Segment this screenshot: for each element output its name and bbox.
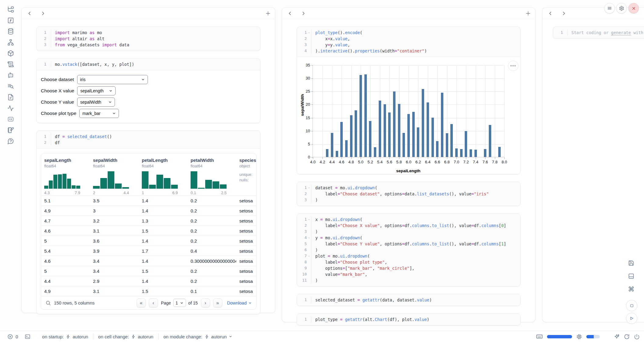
ai-sparkle-icon[interactable] <box>614 334 620 340</box>
command-palette-button[interactable]: ⌘ <box>626 284 636 294</box>
next-page-button[interactable]: › <box>201 298 210 308</box>
generate-link[interactable]: generate <box>611 30 631 35</box>
fold-gutter <box>46 36 51 42</box>
dropdown-row: Choose Y value sepalWidth <box>41 98 260 107</box>
column-histogram <box>142 171 178 189</box>
editor-placeholder[interactable]: Start coding or generate with AI <box>567 30 644 36</box>
x-tick <box>399 157 399 159</box>
table-row[interactable]: 4.931.40.2setosa <box>41 205 256 216</box>
add-cell-icon[interactable] <box>265 11 271 16</box>
dataset-select[interactable]: iris <box>77 75 148 84</box>
table-row[interactable]: 4.63.41.40.30000000000000004setosa <box>41 256 256 266</box>
table-column-header[interactable]: petalWidthfloat640.12.5 <box>188 158 236 195</box>
x-tick <box>370 157 370 159</box>
menu-button[interactable] <box>604 3 615 13</box>
restart-icon[interactable] <box>624 334 630 340</box>
code-editor[interactable]: 1import marimo as mo2import altair as al… <box>37 27 260 51</box>
altair-bar-chart[interactable]: 4.04.24.44.64.85.05.25.45.65.86.06.26.46… <box>313 65 504 157</box>
code-editor[interactable]: 1x = mo.ui.dropdown(2 label="Choose X va… <box>297 214 520 286</box>
cell-dataset-dropdown[interactable]: 1dataset = mo.ui.dropdown(2 label="Choos… <box>297 182 521 206</box>
terminal-button[interactable] <box>25 334 30 340</box>
search-icon[interactable] <box>45 300 51 306</box>
table-column-header[interactable]: speciesobjectunique:nulls: <box>236 158 256 195</box>
shutdown-icon[interactable] <box>634 334 640 340</box>
code-editor[interactable]: 1mo.vstack([dataset, x, y, plot]) <box>37 59 260 70</box>
code-text: x = mo.ui.dropdown( <box>311 216 520 223</box>
prev-page-button[interactable]: ‹ <box>149 298 158 308</box>
close-button[interactable] <box>628 3 639 13</box>
add-cell-icon[interactable] <box>525 11 531 16</box>
y-value-select[interactable]: sepalWidth <box>77 98 115 107</box>
histogram-range: 16.9 <box>142 191 178 195</box>
table-row[interactable]: 4.42.91.40.2setosa <box>41 276 256 286</box>
scroll-right-icon[interactable] <box>301 11 306 16</box>
table-row[interactable]: 53.41.50.2setosa <box>41 266 256 276</box>
table-column-header[interactable]: sepalWidthfloat6424.4 <box>90 158 139 195</box>
run-all-button[interactable] <box>626 313 637 324</box>
table-column-header[interactable]: petalLengthfloat6416.9 <box>139 158 188 195</box>
keyboard-icon[interactable] <box>536 333 543 340</box>
table-row[interactable]: 53.61.40.2setosa <box>41 236 256 246</box>
code-editor[interactable]: 1df = selected_dataset()2df <box>37 131 260 148</box>
panel-toggle-button[interactable] <box>626 271 636 281</box>
last-page-button[interactable]: » <box>213 298 222 308</box>
x-value-select[interactable]: sepalLength <box>77 86 116 95</box>
download-button[interactable]: Download <box>227 301 252 305</box>
help-icon[interactable] <box>7 138 14 144</box>
scroll-left-icon[interactable] <box>288 11 292 16</box>
scroll-right-icon[interactable] <box>561 11 566 16</box>
activity-icon[interactable] <box>7 105 14 112</box>
file-tree-icon[interactable] <box>7 6 14 13</box>
stop-button[interactable] <box>626 300 637 311</box>
cell-plot[interactable]: 1plot_type().encode(2 x=x.value,3 y=y.va… <box>297 27 521 174</box>
cell-vstack[interactable]: 1mo.vstack([dataset, x, y, plot]) Choose… <box>36 58 260 123</box>
table-row[interactable]: 4.93.11.50.1setosa <box>41 286 256 296</box>
scratchpad-icon[interactable] <box>7 127 14 134</box>
save-button[interactable] <box>626 258 636 268</box>
settings-button[interactable] <box>616 3 627 13</box>
dependency-graph-icon[interactable] <box>7 39 14 46</box>
table-cell: 3.6 <box>90 238 139 244</box>
snippets-icon[interactable] <box>7 116 14 123</box>
table-row[interactable]: 4.63.11.50.2setosa <box>41 226 256 236</box>
function-icon[interactable] <box>7 17 14 24</box>
cell-empty[interactable]: 1 Start coding or generate with AI <box>553 27 644 39</box>
package-icon[interactable] <box>7 50 14 57</box>
table-row[interactable]: 4.73.21.30.2setosa <box>41 216 256 226</box>
table-row[interactable]: 5.43.91.70.4setosa <box>41 246 256 256</box>
first-page-button[interactable]: « <box>137 298 146 308</box>
code-editor[interactable]: 1dataset = mo.ui.dropdown(2 label="Choos… <box>297 182 520 206</box>
code-editor[interactable]: 1plot_type().encode(2 x=x.value,3 y=y.va… <box>297 27 520 57</box>
page-select[interactable]: 1 <box>173 299 186 307</box>
scroll-left-icon[interactable] <box>27 11 32 16</box>
code-editor[interactable]: 1plot_type = getattr(alt.Chart(df), plot… <box>297 314 520 325</box>
code-editor[interactable]: 1 Start coding or generate with AI <box>553 27 644 38</box>
on-cell-change-setting[interactable]: on cell change: autorun <box>93 334 158 339</box>
scroll-left-icon[interactable] <box>548 11 553 16</box>
list-search-icon[interactable] <box>7 83 14 90</box>
database-icon[interactable] <box>7 28 14 35</box>
cell-plot-type[interactable]: 1plot_type = getattr(alt.Chart(df), plot… <box>297 313 521 326</box>
gridline <box>504 65 505 157</box>
table-row[interactable]: 5.13.51.40.2setosa <box>41 195 256 205</box>
histogram-bar <box>58 174 62 189</box>
cell-dataframe[interactable]: 1df = selected_dataset()2df sepalLengthf… <box>36 130 260 314</box>
setting-value: autorun <box>73 334 88 339</box>
cell-imports[interactable]: 1import marimo as mo2import altair as al… <box>36 27 260 51</box>
cell-selected-dataset[interactable]: 1selected_dataset = getattr(data, datase… <box>297 294 521 306</box>
code-editor[interactable]: 1selected_dataset = getattr(data, datase… <box>297 294 520 306</box>
logs-icon[interactable] <box>7 61 14 68</box>
chatbot-icon[interactable] <box>7 72 14 79</box>
document-icon[interactable] <box>7 94 14 101</box>
code-text: label="Choose plot type", <box>311 259 520 265</box>
error-count[interactable]: 0 <box>7 334 18 340</box>
chart-actions-button[interactable]: ••• <box>508 61 518 71</box>
line-number: 3 <box>297 229 307 235</box>
plot-type-select[interactable]: mark_bar <box>79 109 119 118</box>
table-column-header[interactable]: sepalLengthfloat644.37.9 <box>41 158 90 195</box>
scroll-right-icon[interactable] <box>41 11 45 16</box>
cell-xyplot-dropdowns[interactable]: 1x = mo.ui.dropdown(2 label="Choose X va… <box>297 213 521 287</box>
on-startup-setting[interactable]: on startup: autorun <box>37 334 93 339</box>
on-module-change-setting[interactable]: on module change: autorun <box>159 334 237 339</box>
line-number: 6 <box>297 247 307 253</box>
